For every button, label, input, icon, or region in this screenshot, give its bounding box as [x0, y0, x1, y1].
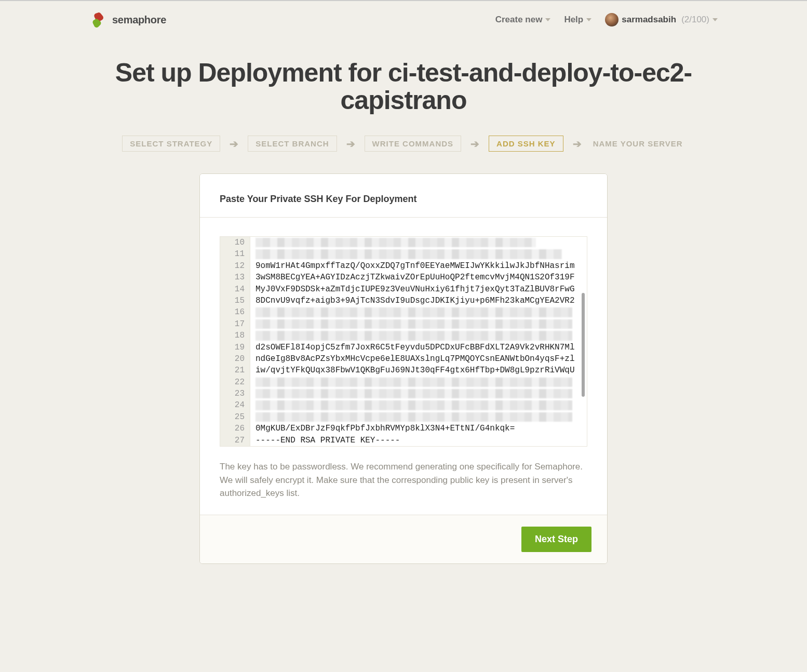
create-new-label: Create new: [495, 15, 543, 25]
line-number: 27: [220, 435, 250, 446]
code-text: MyJ0VxF9DSDSk+aZmTdjcIUPE9z3VeuVNuHxiy61…: [250, 284, 587, 295]
brand-text: semaphore: [112, 14, 166, 26]
code-line: 19d2sOWEFl8I4opjC5zfm7JoxR6C5tFeyvdu5DPC…: [220, 342, 587, 353]
user-menu[interactable]: sarmadsabih (2/100): [605, 13, 718, 26]
code-text: d2sOWEFl8I4opjC5zfm7JoxR6C5tFeyvdu5DPCDx…: [250, 342, 587, 353]
step-select-strategy[interactable]: SELECT STRATEGY: [122, 136, 220, 152]
code-line: 18: [220, 330, 587, 341]
redacted-block: [255, 249, 562, 259]
line-number: 24: [220, 399, 250, 411]
logo[interactable]: semaphore: [89, 10, 166, 29]
panel-footer: Next Step: [200, 515, 607, 563]
redacted-block: [255, 238, 536, 247]
caret-down-icon: [712, 18, 718, 21]
line-number: 13: [220, 272, 250, 283]
redacted-block: [255, 400, 572, 410]
code-text: -----END RSA PRIVATE KEY-----: [250, 435, 587, 446]
code-text: 9omW1rHAt4GmpxffTazQ/QoxxZDQ7gTnf0EEYaeM…: [250, 260, 587, 272]
line-number: 26: [220, 423, 250, 434]
line-number: 10: [220, 237, 250, 248]
code-line: 14MyJ0VxF9DSDSk+aZmTdjcIUPE9z3VeuVNuHxiy…: [220, 284, 587, 295]
line-number: 16: [220, 306, 250, 318]
code-text: [250, 330, 587, 341]
next-step-button[interactable]: Next Step: [521, 527, 591, 552]
code-text: 8DCnvU9vqfz+aigb3+9AjTcN3SdvI9uDsgcJDKIK…: [250, 295, 587, 306]
line-number: 25: [220, 411, 250, 423]
step-select-branch[interactable]: SELECT BRANCH: [248, 136, 337, 152]
code-line: 16: [220, 306, 587, 318]
code-line: 25: [220, 411, 587, 423]
line-number: 15: [220, 295, 250, 306]
panel-title: Paste Your Private SSH Key For Deploymen…: [220, 194, 587, 205]
avatar: [605, 13, 618, 26]
code-line: 22: [220, 377, 587, 388]
line-number: 14: [220, 284, 250, 295]
code-text: ndGeIg8Bv8AcPZsYbxMHcVcpe6elE8UAXslngLq7…: [250, 353, 587, 365]
code-text: [250, 411, 587, 423]
code-line: 27-----END RSA PRIVATE KEY-----: [220, 435, 587, 446]
help-label: Help: [564, 15, 583, 25]
code-text: [250, 388, 587, 399]
redacted-block: [255, 412, 572, 422]
wizard-steps: SELECT STRATEGY ➔ SELECT BRANCH ➔ WRITE …: [89, 136, 718, 152]
code-line: 17: [220, 318, 587, 330]
ssh-key-textarea[interactable]: 10 11 129omW1rHAt4GmpxffTazQ/QoxxZDQ7gTn…: [220, 236, 587, 447]
caret-down-icon: [586, 18, 591, 21]
redacted-block: [255, 389, 572, 398]
code-text: 3wSM8BECgYEA+AGYIDzAczjTZkwaivZOrEpUuHoQ…: [250, 272, 587, 283]
line-number: 22: [220, 377, 250, 388]
code-text: 0MgKUB/ExDBrJzF9qkfPbfJxbhRVMYp8klX3N4+E…: [250, 423, 587, 434]
code-line: 260MgKUB/ExDBrJzF9qkfPbfJxbhRVMYp8klX3N4…: [220, 423, 587, 434]
step-write-commands[interactable]: WRITE COMMANDS: [365, 136, 462, 152]
caret-down-icon: [545, 18, 550, 21]
arrow-right-icon: ➔: [346, 138, 355, 150]
help-menu[interactable]: Help: [564, 15, 591, 25]
code-text: [250, 248, 587, 260]
line-number: 19: [220, 342, 250, 353]
line-number: 17: [220, 318, 250, 330]
code-text: [250, 318, 587, 330]
redacted-block: [255, 319, 572, 329]
username: sarmadsabih: [622, 15, 676, 25]
code-line: 158DCnvU9vqfz+aigb3+9AjTcN3SdvI9uDsgcJDK…: [220, 295, 587, 306]
line-number: 18: [220, 330, 250, 341]
step-add-ssh-key[interactable]: ADD SSH KEY: [489, 136, 563, 152]
line-number: 23: [220, 388, 250, 399]
code-line: 129omW1rHAt4GmpxffTazQ/QoxxZDQ7gTnf0EEYa…: [220, 260, 587, 272]
top-nav: Create new Help sarmadsabih (2/100): [495, 13, 718, 26]
arrow-right-icon: ➔: [230, 138, 238, 150]
line-number: 11: [220, 248, 250, 260]
code-line: 24: [220, 399, 587, 411]
redacted-block: [255, 331, 572, 340]
code-text: [250, 377, 587, 388]
line-number: 21: [220, 365, 250, 376]
panel-body: 10 11 129omW1rHAt4GmpxffTazQ/QoxxZDQ7gTn…: [200, 218, 607, 515]
arrow-right-icon: ➔: [573, 138, 582, 150]
code-line: 21iw/qvjtYFkQUqx38FbwV1QKBgFuJ69NJt30qFF…: [220, 365, 587, 376]
redacted-block: [255, 307, 572, 317]
line-number: 20: [220, 353, 250, 365]
step-name-your-server[interactable]: NAME YOUR SERVER: [591, 136, 685, 151]
code-line: 20ndGeIg8Bv8AcPZsYbxMHcVcpe6elE8UAXslngL…: [220, 353, 587, 365]
header: semaphore Create new Help sarmadsabih (2…: [89, 1, 718, 34]
page-title: Set up Deployment for ci-test-and-deploy…: [89, 59, 718, 114]
usage-badge: (2/100): [681, 15, 709, 25]
create-new-menu[interactable]: Create new: [495, 15, 551, 25]
redacted-block: [255, 378, 572, 387]
semaphore-logo-icon: [89, 10, 108, 29]
code-line: 11: [220, 248, 587, 260]
code-text: [250, 237, 587, 248]
panel-header: Paste Your Private SSH Key For Deploymen…: [200, 174, 607, 218]
code-text: iw/qvjtYFkQUqx38FbwV1QKBgFuJ69NJt30qFF4g…: [250, 365, 587, 376]
ssh-key-panel: Paste Your Private SSH Key For Deploymen…: [199, 173, 608, 564]
helper-text: The key has to be passwordless. We recom…: [220, 460, 587, 500]
code-line: 10: [220, 237, 587, 248]
code-line: 23: [220, 388, 587, 399]
arrow-right-icon: ➔: [470, 138, 479, 150]
code-text: [250, 399, 587, 411]
line-number: 12: [220, 260, 250, 272]
code-text: [250, 306, 587, 318]
code-line: 133wSM8BECgYEA+AGYIDzAczjTZkwaivZOrEpUuH…: [220, 272, 587, 283]
